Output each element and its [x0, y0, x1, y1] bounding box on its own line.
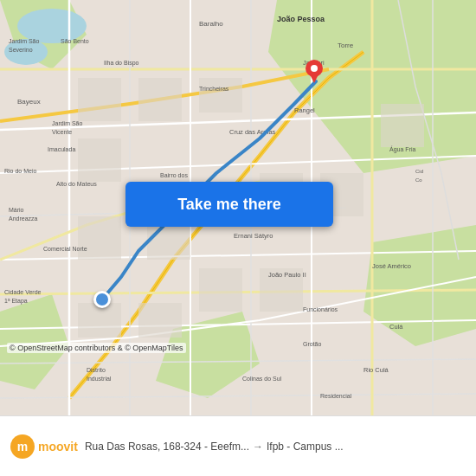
bottom-bar: m moovit Rua Das Rosas, 168-324 - Eeefm.… [0, 415, 476, 476]
svg-text:Água Fria: Água Fria [389, 145, 415, 153]
svg-rect-36 [381, 104, 424, 147]
svg-text:Grotão: Grotão [303, 341, 322, 347]
svg-rect-27 [199, 78, 242, 113]
svg-text:Rangel: Rangel [294, 106, 315, 114]
app-container: Bayeux Jardim São Severino São Bento Bar… [0, 0, 476, 476]
svg-point-77 [311, 65, 318, 72]
to-label: Ifpb - Campus ... [267, 441, 344, 453]
svg-text:Distrito: Distrito [87, 367, 106, 373]
svg-rect-26 [78, 138, 121, 182]
svg-rect-33 [199, 268, 242, 312]
svg-text:Baralho: Baralho [199, 20, 223, 28]
svg-text:Ilha do Bispo: Ilha do Bispo [104, 60, 139, 67]
destination-marker [305, 59, 324, 88]
svg-text:Torre: Torre [338, 42, 354, 49]
svg-text:Rio do Meio: Rio do Meio [4, 168, 36, 174]
svg-text:1ª Etapa: 1ª Etapa [4, 298, 28, 305]
svg-text:Vicente: Vicente [52, 129, 72, 135]
svg-text:Mário: Mário [9, 207, 24, 213]
origin-marker [93, 291, 111, 308]
svg-text:Jardim São: Jardim São [9, 38, 40, 44]
svg-text:Bayeux: Bayeux [17, 98, 41, 106]
svg-text:José Américo: José Américo [372, 262, 411, 270]
svg-text:Residencial: Residencial [320, 393, 352, 399]
svg-rect-30 [78, 216, 121, 260]
svg-text:Co: Co [415, 177, 422, 183]
svg-rect-31 [78, 303, 121, 338]
svg-text:Ernani Sátyro: Ernani Sátyro [234, 232, 273, 240]
svg-text:João Paulo II: João Paulo II [268, 271, 306, 279]
moovit-wordmark: moovit [38, 440, 78, 453]
from-label: Rua Das Rosas, 168-324 - Eeefm... [85, 441, 249, 453]
svg-text:Colinas do Sul: Colinas do Sul [242, 376, 282, 382]
svg-text:João Pessoa: João Pessoa [277, 15, 325, 23]
svg-text:Severino: Severino [9, 47, 33, 53]
moovit-icon: m [10, 434, 35, 459]
route-info: Rua Das Rosas, 168-324 - Eeefm... → Ifpb… [85, 441, 466, 453]
svg-text:Culá: Culá [389, 323, 403, 331]
map-container: Bayeux Jardim São Severino São Bento Bar… [0, 0, 476, 415]
svg-text:Alto do Mateus: Alto do Mateus [56, 181, 97, 187]
route-arrow: → [253, 441, 263, 453]
svg-text:Andreazza: Andreazza [9, 215, 38, 222]
svg-text:Rio Culá: Rio Culá [363, 366, 389, 374]
svg-text:Trincheiras: Trincheiras [199, 86, 229, 92]
svg-text:Industrial: Industrial [87, 376, 112, 382]
svg-text:Cidade Verde: Cidade Verde [4, 289, 42, 295]
moovit-logo: m moovit [10, 434, 78, 459]
svg-text:Bairro dos: Bairro dos [160, 172, 188, 178]
svg-text:Comercial Norte: Comercial Norte [43, 246, 87, 252]
svg-rect-32 [138, 303, 182, 338]
svg-rect-25 [138, 78, 182, 121]
osm-attribution: © OpenStreetMap contributors & © OpenMap… [7, 343, 186, 353]
take-me-there-button[interactable]: Take me there [125, 182, 333, 227]
svg-rect-24 [78, 78, 121, 121]
svg-text:Funcionários: Funcionários [303, 306, 338, 312]
svg-text:São Bento: São Bento [61, 38, 89, 44]
svg-text:Cid: Cid [415, 169, 423, 174]
svg-marker-76 [309, 73, 319, 83]
svg-text:Imaculada: Imaculada [48, 146, 75, 152]
svg-text:Jardim São: Jardim São [52, 120, 83, 126]
